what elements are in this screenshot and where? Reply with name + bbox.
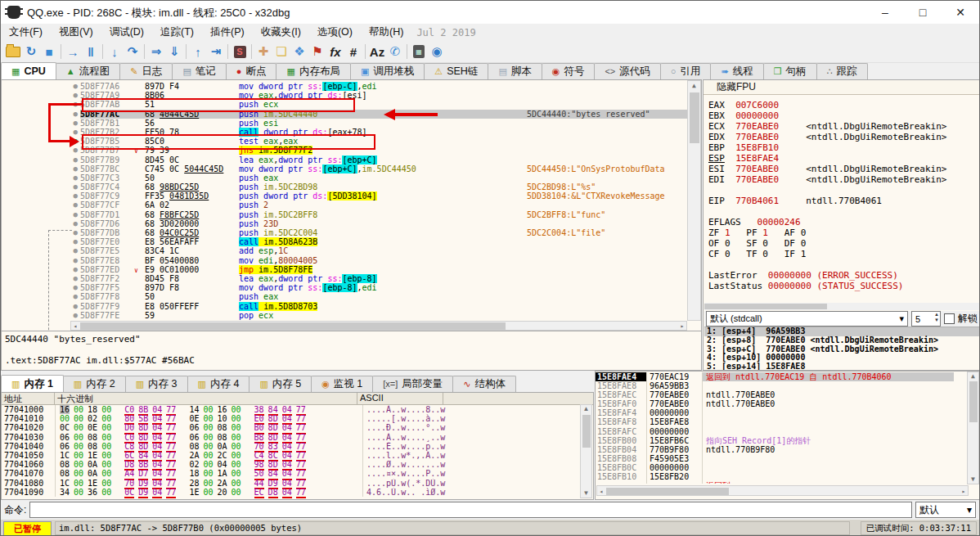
phone-icon[interactable]: ✆	[386, 43, 404, 61]
breakpoint-dot[interactable]: ●	[2, 265, 80, 274]
registers-panel[interactable]: 隐藏FPU EAX 007C6000EBX 00000000ECX 770EAB…	[703, 79, 980, 371]
tab-dump-2[interactable]: ▥内存 2	[63, 376, 126, 392]
stack-row[interactable]: 15E8FAF815E8FAE8	[596, 417, 954, 426]
disasm-vscrollbar[interactable]: ▲	[687, 80, 701, 321]
memory-dump-row[interactable]: 770410200C000E00D08D047706000800B08D0477…	[2, 423, 593, 432]
stack-row[interactable]: 返回到	[596, 481, 954, 484]
menu-item-调试D[interactable]: 调试(D)	[101, 26, 152, 38]
close-button[interactable]: ✕	[942, 1, 979, 24]
breakpoint-dot[interactable]: ●	[2, 228, 80, 237]
tab-dump-1[interactable]: ▥内存 1	[1, 375, 64, 392]
step-out-icon[interactable]: ↑	[189, 43, 207, 61]
memory-dump-row[interactable]: 7704103006000800C08D047706000800B88D0477…	[2, 433, 593, 442]
stack-row[interactable]: 15E8FB08F45905E3	[596, 454, 954, 463]
argument-count-stepper[interactable]: 5▲▼	[911, 311, 941, 327]
breakpoint-dot[interactable]: ●	[2, 182, 80, 191]
breakpoint-dot[interactable]: ●	[2, 283, 80, 292]
breakpoint-dot[interactable]: ●	[2, 200, 80, 209]
stack-panel[interactable]: 15E8FAE4770EAC19返回到 ntdll.770EAC19 自 ntd…	[595, 371, 980, 500]
breakpoint-dot[interactable]: ●	[2, 137, 80, 146]
breakpoint-dot[interactable]: ●	[2, 164, 80, 173]
breakpoint-dot[interactable]: ●	[2, 110, 80, 119]
open-folder-icon[interactable]	[4, 43, 22, 61]
disasm-row[interactable]: ●5D8F77F5 897D F8mov dword ptr ss:[ebp-8…	[2, 283, 687, 292]
stack-row[interactable]: 15E8FAE4770EAC19返回到 ntdll.770EAC19 自 ntd…	[596, 372, 954, 381]
hash-icon[interactable]: #	[344, 43, 362, 61]
tab-dump-4[interactable]: ▥内存 4	[187, 376, 250, 392]
command-input[interactable]	[29, 502, 912, 518]
breakpoint-dot[interactable]: ●	[2, 128, 80, 137]
tab-references[interactable]: ○引用	[660, 63, 712, 79]
disasm-row[interactable]: ●5D8F77CF 6A 02push 2	[2, 200, 687, 209]
call-argument-row[interactable]: 2: [esp+8] 770EABE0 <ntdll.DbgUiRemoteBr…	[704, 336, 980, 345]
disasm-row[interactable]: ●5D8F77D1 68 F8BFC25Dpush im.5DC2BFF85DC…	[2, 210, 687, 219]
memory-dump-row[interactable]: 7704107008000A00A4D7047718001A0050840477…	[2, 469, 593, 478]
disasm-row[interactable]: ●5D8F77F8 50push eax	[2, 292, 687, 301]
memory-dump-row[interactable]: 770410801C001E0070D9047728002A0044D90477…	[2, 479, 593, 488]
breakpoint-dot[interactable]: ●	[2, 292, 80, 301]
breakpoint-dot[interactable]: ●	[2, 155, 80, 164]
bookmark-icon[interactable]: ⚑	[308, 43, 326, 61]
run-to-selection-icon[interactable]: ⇒	[147, 43, 165, 61]
memory-dump-row[interactable]: 770410501C001E006C8404772A002C00C48C0477…	[2, 451, 593, 460]
tab-watch-1[interactable]: ◉监视 1	[311, 376, 373, 392]
call-argument-row[interactable]: 5: [esp+14] 15E8FAE8	[704, 363, 980, 371]
disasm-row[interactable]: ●5D8F77B7∨79 39jns im.5D8F77F2	[2, 146, 687, 155]
stack-row[interactable]: 15E8FB0015E8FB6C指向SEH_Record[1]的指针	[596, 436, 954, 445]
breakpoint-dot[interactable]: ●	[2, 256, 80, 265]
menu-item-收藏夹I[interactable]: 收藏夹(I)	[253, 26, 309, 38]
maximize-button[interactable]: □	[904, 1, 942, 24]
labels-icon[interactable]: ❖	[290, 43, 308, 61]
disasm-row[interactable]: ●5D8F77A9 8B06mov eax,dword ptr ds:[esi]	[2, 91, 687, 100]
memory-dump-row[interactable]: 7704106008000A00D88B047702000400988D0477…	[2, 460, 593, 469]
tab-seh[interactable]: ⚠SEH链	[424, 63, 488, 79]
stack-row[interactable]: 15E8FAFC00000000	[596, 427, 954, 436]
disasm-row[interactable]: ●5D8F77C3 50push eax	[2, 173, 687, 182]
disasm-row[interactable]: ●5D8F77F9 E8 050FFEFFcall im.5D8D8703	[2, 302, 687, 311]
menu-item-选项O[interactable]: 选项(O)	[309, 26, 361, 38]
step-over-icon[interactable]: ↷	[124, 43, 142, 61]
stack-row[interactable]: 15E8FB0C00000000	[596, 463, 954, 472]
memory-dump-row[interactable]: 7704100016001800C08B04771400160038840477…	[2, 405, 593, 414]
tab-struct[interactable]: ∿结构体	[452, 376, 516, 392]
breakpoint-dot[interactable]: ●	[2, 246, 80, 255]
strings-icon[interactable]: Az	[368, 43, 386, 61]
memory-dump-row[interactable]: 7704101000000200805B04770E001000E08D0477…	[2, 414, 593, 423]
breakpoint-dot[interactable]: ●	[2, 237, 80, 246]
memory-vscrollbar[interactable]: ▲ ▼	[580, 404, 592, 498]
tab-log[interactable]: ✎日志	[119, 63, 173, 79]
memory-dump-row[interactable]: 7704104006000800C88D047708000A0070830477…	[2, 442, 593, 451]
globe-icon[interactable]: ◉	[428, 43, 446, 61]
run-to-user-code-icon[interactable]: ⇥	[207, 43, 225, 61]
run-icon[interactable]: →	[64, 43, 82, 61]
menu-item-追踪T[interactable]: 追踪(T)	[152, 26, 202, 38]
stack-row[interactable]: 15E8FB1015E8FB20	[596, 472, 954, 481]
source-s-icon[interactable]: S	[231, 43, 249, 61]
comments-icon[interactable]: ❏	[272, 43, 290, 61]
stop-icon[interactable]: ■	[40, 43, 58, 61]
patch-icon[interactable]: ✚	[254, 43, 272, 61]
disasm-row[interactable]: ●5D8F77E8 BF 05400080mov edi,80004005	[2, 256, 687, 265]
breakpoint-dot[interactable]: ●	[2, 191, 80, 200]
disasm-row[interactable]: ●5D8F77E5 83C4 1Cadd esp,1C	[2, 246, 687, 255]
stack-row[interactable]: 15E8FAE896A59BB3	[596, 381, 954, 390]
menu-item-帮助H[interactable]: 帮助(H)	[361, 26, 411, 38]
calling-convention-select[interactable]: 默认 (stdcall)▾	[706, 311, 908, 327]
tab-breakpoints[interactable]: ●断点	[226, 63, 277, 79]
disasm-row[interactable]: ●5D8F77B5 85C0test eax,eax	[2, 137, 687, 146]
stack-row[interactable]: 15E8FAEC770EABE0ntdll.770EABE0	[596, 390, 954, 399]
disasm-row[interactable]: ●5D8F77AB 51push ecx	[2, 100, 687, 109]
tab-notes[interactable]: ▤笔记	[172, 63, 226, 79]
tab-trace[interactable]: ∴跟踪	[816, 63, 868, 79]
disasm-row[interactable]: ●5D8F77D6 68 3D020000push 23D	[2, 219, 687, 228]
tab-graph[interactable]: ▲流程图	[56, 63, 120, 79]
disasm-row[interactable]: ●5D8F77A6 897D F4mov dword ptr ss:[ebp-C…	[2, 82, 687, 91]
disasm-row[interactable]: ●5D8F77B1 56push esi	[2, 119, 687, 128]
disasm-row[interactable]: ●5D8F77BC C745 0C 5044C45Dmov dword ptr …	[2, 164, 687, 173]
disasm-row[interactable]: ●5D8F77ED∨E9 0C010000jmp im.5D8F78FE	[2, 265, 687, 274]
tab-script[interactable]: ▤脚本	[488, 63, 542, 79]
stack-vscrollbar[interactable]: ▲ ▼	[967, 372, 979, 484]
tab-dump-3[interactable]: ▥内存 3	[125, 376, 188, 392]
step-into-icon[interactable]: ↓	[106, 43, 124, 61]
tab-memory-map[interactable]: ▦内存布局	[276, 63, 350, 79]
